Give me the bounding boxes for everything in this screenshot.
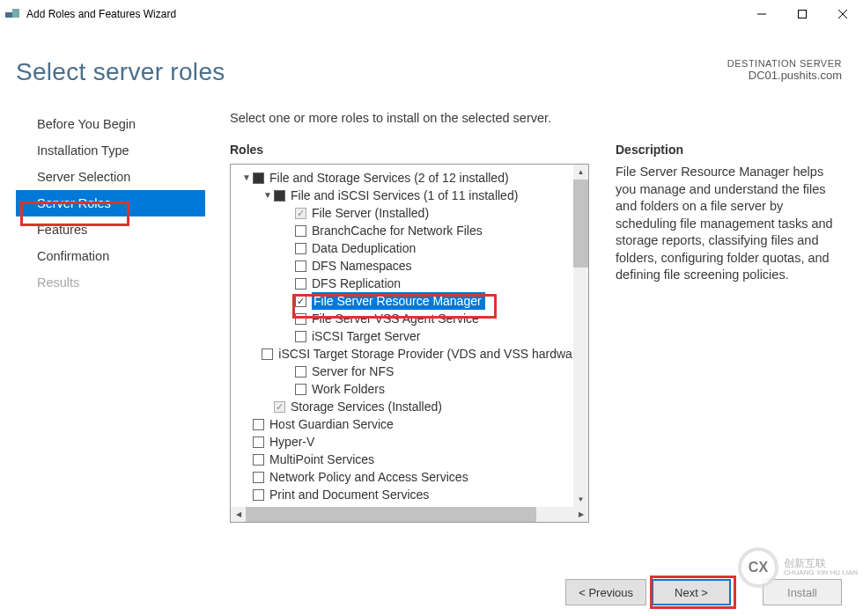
tree-label[interactable]: Storage Services (Installed)	[291, 398, 442, 415]
checkbox[interactable]	[253, 472, 264, 483]
destination-server-box: DESTINATION SERVER DC01.pushits.com	[727, 58, 842, 82]
tree-row[interactable]: Storage Services (Installed)	[232, 398, 587, 415]
tree-row[interactable]: MultiPoint Services	[232, 451, 587, 468]
previous-button[interactable]: < Previous	[565, 579, 646, 605]
horizontal-scrollbar[interactable]: ◀ ▶	[231, 507, 588, 522]
tree-label[interactable]: File and iSCSI Services (1 of 11 install…	[291, 187, 518, 204]
tree-label[interactable]: BranchCache for Network Files	[312, 222, 483, 239]
checkbox[interactable]	[295, 278, 306, 290]
tree-label[interactable]: Host Guardian Service	[269, 415, 394, 433]
tree-row[interactable]: ▼File and Storage Services (2 of 12 inst…	[232, 169, 587, 187]
scroll-down-icon[interactable]: ▼	[573, 492, 588, 507]
tree-row[interactable]: Hyper-V	[232, 433, 587, 451]
checkbox[interactable]	[253, 172, 264, 184]
tree-label[interactable]: Network Policy and Access Services	[269, 468, 468, 486]
checkbox[interactable]	[253, 419, 264, 430]
svg-rect-0	[5, 12, 12, 18]
checkbox[interactable]	[253, 436, 264, 448]
tree-label[interactable]: Server for NFS	[312, 363, 394, 380]
checkbox[interactable]	[295, 313, 306, 325]
scroll-up-icon[interactable]: ▲	[573, 165, 588, 180]
checkbox[interactable]	[295, 243, 306, 254]
checkbox[interactable]	[295, 331, 306, 342]
tree-label[interactable]: Work Folders	[312, 380, 385, 398]
checkbox[interactable]	[253, 454, 264, 466]
checkbox[interactable]	[295, 296, 306, 307]
tree-row[interactable]: Server for NFS	[232, 363, 587, 380]
svg-rect-3	[799, 11, 807, 18]
checkbox[interactable]	[295, 208, 306, 219]
tree-label[interactable]: File Server (Installed)	[312, 204, 429, 222]
tree-label[interactable]: iSCSI Target Storage Provider (VDS and V…	[278, 345, 587, 363]
tree-row[interactable]: iSCSI Target Server	[232, 327, 587, 345]
minimize-button[interactable]	[741, 0, 782, 28]
tree-label[interactable]: iSCSI Target Server	[312, 327, 420, 345]
expand-arrow-icon[interactable]: ▼	[240, 169, 253, 187]
tree-row[interactable]: DFS Namespaces	[232, 257, 587, 275]
checkbox[interactable]	[274, 401, 285, 413]
instruction-text: Select one or more roles to install on t…	[230, 111, 842, 125]
scroll-thumb-h[interactable]	[246, 507, 536, 522]
roles-tree-frame: ▼File and Storage Services (2 of 12 inst…	[230, 164, 589, 523]
roles-heading: Roles	[230, 143, 589, 157]
tree-row[interactable]: Print and Document Services	[232, 486, 587, 503]
tree-row[interactable]: File Server (Installed)	[232, 204, 587, 222]
tree-row[interactable]: DFS Replication	[232, 275, 587, 292]
nav-item-server-roles[interactable]: Server Roles	[16, 190, 205, 216]
tree-label[interactable]: Hyper-V	[269, 433, 314, 451]
watermark-icon: CX	[738, 547, 778, 588]
wizard-nav: Before You BeginInstallation TypeServer …	[16, 111, 205, 523]
window-controls	[741, 0, 863, 28]
tree-label[interactable]: DFS Namespaces	[312, 257, 412, 275]
scroll-right-icon[interactable]: ▶	[573, 507, 588, 522]
roles-tree[interactable]: ▼File and Storage Services (2 of 12 inst…	[232, 165, 587, 507]
page-title: Select server roles	[16, 58, 225, 86]
tree-row[interactable]: File Server VSS Agent Service	[232, 310, 587, 327]
tree-row[interactable]: iSCSI Target Storage Provider (VDS and V…	[232, 345, 587, 363]
checkbox[interactable]	[295, 225, 306, 237]
tree-label[interactable]: File Server Resource Manager	[312, 292, 485, 310]
checkbox[interactable]	[274, 190, 285, 202]
tree-label[interactable]: DFS Replication	[312, 275, 401, 292]
window-title: Add Roles and Features Wizard	[26, 8, 176, 20]
nav-item-results: Results	[16, 269, 205, 296]
next-button[interactable]: Next >	[652, 579, 731, 605]
scroll-left-icon[interactable]: ◀	[231, 507, 246, 522]
destination-label: DESTINATION SERVER	[727, 58, 842, 69]
maximize-button[interactable]	[782, 0, 822, 28]
tree-row[interactable]: Data Deduplication	[232, 239, 587, 257]
titlebar: Add Roles and Features Wizard	[0, 0, 863, 28]
tree-label[interactable]: Print and Document Services	[269, 486, 429, 503]
description-heading: Description	[616, 143, 842, 157]
scroll-thumb-v[interactable]	[573, 180, 588, 268]
nav-item-features[interactable]: Features	[16, 216, 205, 243]
checkbox[interactable]	[295, 366, 306, 378]
watermark: CX 创新互联 CHUANG XIN HU LIAN	[738, 547, 858, 588]
tree-row[interactable]: ▼File and iSCSI Services (1 of 11 instal…	[232, 187, 587, 204]
watermark-line2: CHUANG XIN HU LIAN	[784, 569, 858, 577]
tree-label[interactable]: File Server VSS Agent Service	[312, 310, 479, 327]
tree-label[interactable]: MultiPoint Services	[269, 451, 374, 468]
tree-row[interactable]: BranchCache for Network Files	[232, 222, 587, 239]
checkbox[interactable]	[295, 260, 306, 272]
close-button[interactable]	[822, 0, 863, 28]
nav-item-server-selection[interactable]: Server Selection	[16, 164, 205, 190]
nav-item-confirmation[interactable]: Confirmation	[16, 243, 205, 269]
expand-arrow-icon[interactable]: ▼	[262, 187, 274, 204]
tree-row[interactable]: Host Guardian Service	[232, 415, 587, 433]
tree-label[interactable]: Data Deduplication	[312, 239, 416, 257]
tree-label[interactable]: File and Storage Services (2 of 12 insta…	[269, 169, 509, 187]
tree-row[interactable]: Work Folders	[232, 380, 587, 398]
destination-name: DC01.pushits.com	[727, 69, 842, 82]
tree-row[interactable]: Network Policy and Access Services	[232, 468, 587, 486]
app-icon	[5, 7, 19, 21]
tree-row[interactable]: File Server Resource Manager	[232, 292, 587, 310]
checkbox[interactable]	[262, 348, 273, 360]
nav-item-installation-type[interactable]: Installation Type	[16, 137, 205, 164]
nav-item-before-you-begin[interactable]: Before You Begin	[16, 111, 205, 137]
svg-rect-1	[12, 9, 19, 18]
vertical-scrollbar[interactable]: ▲ ▼	[573, 165, 588, 507]
description-text: File Server Resource Manager helps you m…	[616, 164, 842, 284]
checkbox[interactable]	[295, 384, 306, 395]
checkbox[interactable]	[253, 489, 264, 501]
